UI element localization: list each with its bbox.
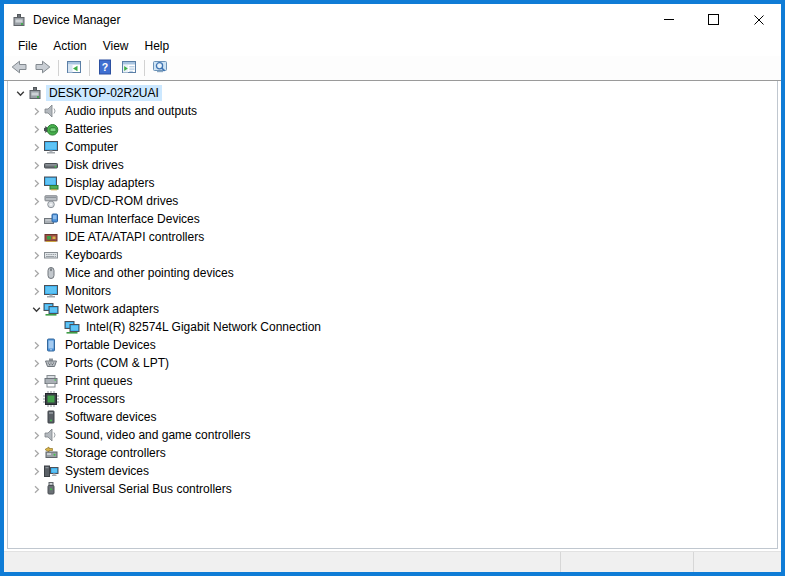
tree-row[interactable]: Sound, video and game controllers — [8, 426, 777, 444]
tree-row[interactable]: Processors — [8, 390, 777, 408]
mouse-icon — [43, 265, 59, 281]
minimize-button[interactable] — [646, 4, 691, 35]
chevron-down-icon[interactable] — [14, 84, 27, 102]
tree-item-label[interactable]: Audio inputs and outputs — [62, 103, 200, 119]
tree-row[interactable]: Batteries — [8, 120, 777, 138]
tree-row[interactable]: Human Interface Devices — [8, 210, 777, 228]
tree-item-label[interactable]: Sound, video and game controllers — [62, 427, 253, 443]
toolbar: ? — [4, 56, 781, 81]
device-tree[interactable]: DESKTOP-02R2UAIAudio inputs and outputsB… — [7, 81, 778, 549]
tree-item-label[interactable]: Storage controllers — [62, 445, 169, 461]
tree-row[interactable]: Software devices — [8, 408, 777, 426]
tree-item-label[interactable]: DESKTOP-02R2UAI — [46, 85, 162, 101]
tree-item-label[interactable]: Batteries — [62, 121, 115, 137]
tree-item-label[interactable]: Keyboards — [62, 247, 125, 263]
tree-row[interactable]: Print queues — [8, 372, 777, 390]
scan-hardware-changes-icon — [152, 59, 168, 78]
computer-root-icon — [27, 85, 43, 101]
menu-item-view[interactable]: View — [95, 37, 137, 55]
help-button[interactable]: ? — [93, 57, 117, 79]
chevron-right-icon[interactable] — [30, 174, 43, 192]
tree-row[interactable]: Network adapters — [8, 300, 777, 318]
status-panel-secondary — [560, 552, 693, 572]
printer-icon — [43, 373, 59, 389]
chevron-right-icon[interactable] — [30, 336, 43, 354]
chevron-right-icon[interactable] — [30, 264, 43, 282]
minimize-icon — [664, 19, 674, 20]
forward-button[interactable] — [31, 57, 55, 79]
menu-item-file[interactable]: File — [10, 37, 45, 55]
chevron-right-icon[interactable] — [30, 426, 43, 444]
tree-row[interactable]: DVD/CD-ROM drives — [8, 192, 777, 210]
back-button[interactable] — [7, 57, 31, 79]
device-manager-icon — [11, 12, 27, 28]
tree-row[interactable]: Keyboards — [8, 246, 777, 264]
chevron-right-icon[interactable] — [30, 444, 43, 462]
chevron-right-icon[interactable] — [30, 246, 43, 264]
tree-row[interactable]: Intel(R) 82574L Gigabit Network Connecti… — [8, 318, 777, 336]
sound-icon — [43, 427, 59, 443]
show-hide-action-pane-button[interactable] — [117, 57, 141, 79]
tree-row[interactable]: IDE ATA/ATAPI controllers — [8, 228, 777, 246]
usb-icon — [43, 481, 59, 497]
show-console-tree-icon — [66, 59, 82, 78]
tree-item-label[interactable]: Disk drives — [62, 157, 127, 173]
tree-item-label[interactable]: Monitors — [62, 283, 114, 299]
tree-row[interactable]: Universal Serial Bus controllers — [8, 480, 777, 498]
hid-icon — [43, 211, 59, 227]
menu-item-action[interactable]: Action — [45, 37, 94, 55]
tree-item-label[interactable]: Software devices — [62, 409, 159, 425]
maximize-button[interactable] — [691, 4, 736, 35]
chevron-right-icon[interactable] — [30, 408, 43, 426]
tree-item-label[interactable]: Mice and other pointing devices — [62, 265, 237, 281]
title-bar: Device Manager — [4, 4, 781, 35]
tree-row[interactable]: Storage controllers — [8, 444, 777, 462]
tree-row[interactable]: Mice and other pointing devices — [8, 264, 777, 282]
chevron-right-icon[interactable] — [30, 210, 43, 228]
tree-row[interactable]: Audio inputs and outputs — [8, 102, 777, 120]
menu-item-help[interactable]: Help — [137, 37, 178, 55]
chevron-down-icon[interactable] — [30, 300, 43, 318]
tree-item-label[interactable]: Display adapters — [62, 175, 157, 191]
chevron-right-icon[interactable] — [30, 156, 43, 174]
tree-item-label[interactable]: Intel(R) 82574L Gigabit Network Connecti… — [83, 319, 324, 335]
tree-item-label[interactable]: Universal Serial Bus controllers — [62, 481, 235, 497]
chevron-right-icon[interactable] — [30, 192, 43, 210]
show-action-pane-icon — [121, 59, 137, 78]
close-button[interactable] — [736, 4, 781, 35]
tree-row[interactable]: DESKTOP-02R2UAI — [8, 84, 777, 102]
tree-item-label[interactable]: IDE ATA/ATAPI controllers — [62, 229, 207, 245]
tree-row[interactable]: Ports (COM & LPT) — [8, 354, 777, 372]
chevron-right-icon[interactable] — [30, 120, 43, 138]
tree-row[interactable]: Portable Devices — [8, 336, 777, 354]
tree-row[interactable]: System devices — [8, 462, 777, 480]
tree-row[interactable]: Display adapters — [8, 174, 777, 192]
chevron-right-icon[interactable] — [30, 354, 43, 372]
chevron-right-icon[interactable] — [30, 390, 43, 408]
tree-row[interactable]: Computer — [8, 138, 777, 156]
chevron-right-icon[interactable] — [30, 228, 43, 246]
show-hide-console-tree-button[interactable] — [62, 57, 86, 79]
tree-item-label[interactable]: Portable Devices — [62, 337, 159, 353]
window-title: Device Manager — [33, 13, 120, 27]
tree-row[interactable]: Disk drives — [8, 156, 777, 174]
toolbar-separator — [144, 60, 145, 76]
tree-item-label[interactable]: Print queues — [62, 373, 135, 389]
ide-controller-icon — [43, 229, 59, 245]
tree-item-label[interactable]: Human Interface Devices — [62, 211, 203, 227]
tree-item-label[interactable]: System devices — [62, 463, 152, 479]
chevron-right-icon[interactable] — [30, 282, 43, 300]
chevron-right-icon[interactable] — [30, 462, 43, 480]
dvd-drive-icon — [43, 193, 59, 209]
tree-item-label[interactable]: Ports (COM & LPT) — [62, 355, 172, 371]
chevron-right-icon[interactable] — [30, 372, 43, 390]
tree-item-label[interactable]: DVD/CD-ROM drives — [62, 193, 181, 209]
chevron-right-icon[interactable] — [30, 480, 43, 498]
tree-item-label[interactable]: Processors — [62, 391, 128, 407]
scan-hardware-changes-button[interactable] — [148, 57, 172, 79]
chevron-right-icon[interactable] — [30, 138, 43, 156]
tree-item-label[interactable]: Network adapters — [62, 301, 162, 317]
tree-row[interactable]: Monitors — [8, 282, 777, 300]
tree-item-label[interactable]: Computer — [62, 139, 121, 155]
chevron-right-icon[interactable] — [30, 102, 43, 120]
